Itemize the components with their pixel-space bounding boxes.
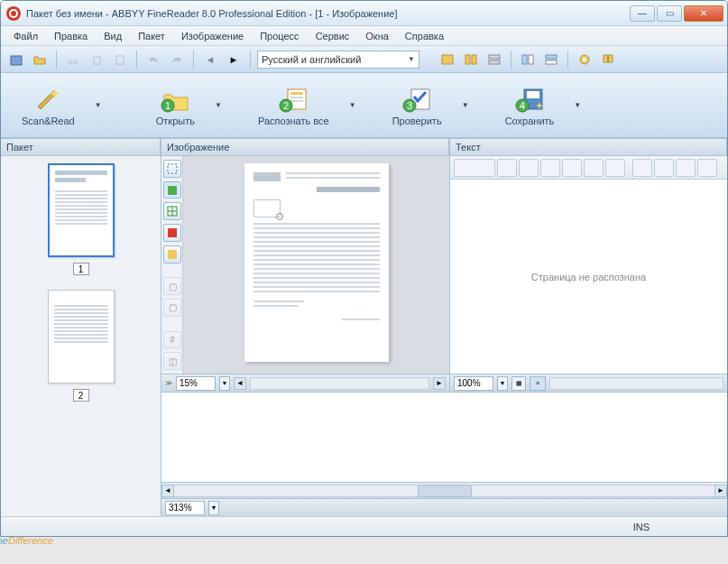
menu-file[interactable]: Файл xyxy=(6,29,45,43)
layout-2-icon[interactable] xyxy=(541,50,561,69)
scroll-right-icon[interactable]: ► xyxy=(433,377,446,390)
recognize-dropdown[interactable]: ▼ xyxy=(346,80,359,131)
scan-read-dropdown[interactable]: ▼ xyxy=(92,80,105,131)
cut-icon[interactable] xyxy=(63,50,83,69)
align-justify-icon[interactable] xyxy=(697,159,717,177)
minimize-button[interactable]: — xyxy=(630,5,655,22)
add-part-tool-icon[interactable]: ▢ xyxy=(163,277,181,295)
italic-icon[interactable] xyxy=(540,159,560,177)
prev-page-icon[interactable]: ◄ xyxy=(200,50,220,69)
align-left-icon[interactable] xyxy=(632,159,652,177)
font-size-dropdown[interactable] xyxy=(497,159,517,177)
layout-1-icon[interactable] xyxy=(518,50,538,69)
separator xyxy=(511,51,511,69)
open-dropdown[interactable]: ▼ xyxy=(212,80,225,131)
align-right-icon[interactable] xyxy=(676,159,696,177)
eraser-tool-icon[interactable]: ◫ xyxy=(163,352,181,370)
language-selector[interactable]: Русский и английский ▼ xyxy=(257,51,419,69)
check-button[interactable]: 3 Проверить xyxy=(382,80,452,131)
image-zoom-value[interactable]: 15% xyxy=(176,376,216,391)
barcode-tool-icon[interactable] xyxy=(163,245,181,264)
scroll-left-icon[interactable]: ◄ xyxy=(161,485,174,497)
select-tool-icon[interactable] xyxy=(163,160,181,178)
svg-rect-16 xyxy=(607,55,609,62)
zoom-hscrollbar[interactable] xyxy=(174,485,714,497)
recognize-label: Распознать все xyxy=(258,116,329,126)
check-icon: 3 xyxy=(401,85,433,114)
image-tools: ▢ ▢ # ◫ xyxy=(161,156,183,374)
remove-part-tool-icon[interactable]: ▢ xyxy=(163,299,181,317)
close-button[interactable]: ✕ xyxy=(684,5,723,22)
save-icon: 4 xyxy=(513,85,546,114)
superscript-icon[interactable] xyxy=(584,159,604,177)
bold-icon[interactable] xyxy=(519,159,539,177)
paste-icon[interactable] xyxy=(110,50,130,69)
menu-view[interactable]: Вид xyxy=(97,29,129,43)
image-hscrollbar[interactable] xyxy=(250,377,429,390)
save-dropdown[interactable]: ▼ xyxy=(571,80,584,131)
svg-rect-10 xyxy=(522,55,527,64)
svg-rect-11 xyxy=(529,55,533,64)
thumbnail-list[interactable]: 1 2 xyxy=(1,156,161,516)
svg-rect-5 xyxy=(442,55,453,64)
options-icon[interactable] xyxy=(575,50,594,69)
copy-icon[interactable] xyxy=(87,50,106,69)
text-zoom-value[interactable]: 100% xyxy=(454,376,493,391)
view-formatted-icon[interactable]: ≡ xyxy=(530,376,546,391)
help-icon[interactable] xyxy=(598,50,618,69)
underline-icon[interactable] xyxy=(562,159,582,177)
menu-process[interactable]: Процесс xyxy=(253,29,306,43)
expand-icon[interactable]: ≫ xyxy=(165,379,172,387)
view-mode-3-icon[interactable] xyxy=(484,50,504,69)
scrollbar-thumb[interactable] xyxy=(418,485,472,497)
menubar: Файл Правка Вид Пакет Изображение Процес… xyxy=(1,26,727,46)
menu-image[interactable]: Изображение xyxy=(174,29,251,43)
scan-read-button[interactable]: Scan&Read xyxy=(12,80,85,131)
image-viewport[interactable] xyxy=(183,156,449,374)
svg-point-15 xyxy=(583,58,586,61)
image-zoom-dropdown[interactable]: ▼ xyxy=(219,376,230,391)
svg-point-2 xyxy=(74,60,78,64)
next-page-icon[interactable]: ► xyxy=(224,50,244,69)
text-content-area: Страница не распознана xyxy=(450,180,727,374)
renumber-tool-icon[interactable]: # xyxy=(163,331,181,349)
table-tool-icon[interactable] xyxy=(163,202,181,220)
subscript-icon[interactable] xyxy=(605,159,625,177)
menu-help[interactable]: Справка xyxy=(398,29,451,43)
view-exact-icon[interactable]: ▦ xyxy=(511,376,526,391)
align-center-icon[interactable] xyxy=(654,159,674,177)
undo-icon[interactable] xyxy=(143,50,163,69)
menu-windows[interactable]: Окна xyxy=(358,29,396,43)
svg-rect-33 xyxy=(168,186,177,195)
open-batch-icon[interactable] xyxy=(30,50,50,69)
scroll-left-icon[interactable]: ◄ xyxy=(234,377,246,390)
bottom-zoom-dropdown[interactable]: ▼ xyxy=(208,501,219,515)
menu-batch[interactable]: Пакет xyxy=(131,29,172,43)
view-mode-2-icon[interactable] xyxy=(461,50,481,69)
menu-edit[interactable]: Правка xyxy=(47,29,95,43)
bottom-zoom-value[interactable]: 313% xyxy=(165,501,205,515)
text-hscrollbar[interactable] xyxy=(549,377,723,390)
font-family-dropdown[interactable] xyxy=(454,159,495,177)
view-mode-1-icon[interactable] xyxy=(438,50,457,69)
not-recognized-message: Страница не распознана xyxy=(531,272,646,282)
new-batch-icon[interactable] xyxy=(6,50,26,69)
workspace: Пакет 1 2 Изображен xyxy=(1,138,727,516)
recognize-icon: 2 xyxy=(277,85,309,114)
text-zoom-dropdown[interactable]: ▼ xyxy=(497,376,508,391)
open-button[interactable]: 1 Открыть xyxy=(146,80,205,131)
page-thumbnail-1[interactable] xyxy=(48,163,115,257)
recognize-button[interactable]: 2 Распознать все xyxy=(248,80,339,131)
zoom-content[interactable] xyxy=(161,392,727,482)
page-thumbnail-2[interactable] xyxy=(48,290,115,384)
picture-tool-icon[interactable] xyxy=(163,224,181,242)
scroll-right-icon[interactable]: ► xyxy=(714,485,727,497)
check-dropdown[interactable]: ▼ xyxy=(459,80,472,131)
maximize-button[interactable]: ▭ xyxy=(657,5,682,22)
redo-icon[interactable] xyxy=(167,50,187,69)
save-button[interactable]: 4 Сохранить xyxy=(495,80,565,131)
text-block-tool-icon[interactable] xyxy=(163,181,181,199)
menu-service[interactable]: Сервис xyxy=(309,29,357,43)
app-icon xyxy=(6,6,21,21)
svg-rect-8 xyxy=(489,55,500,59)
